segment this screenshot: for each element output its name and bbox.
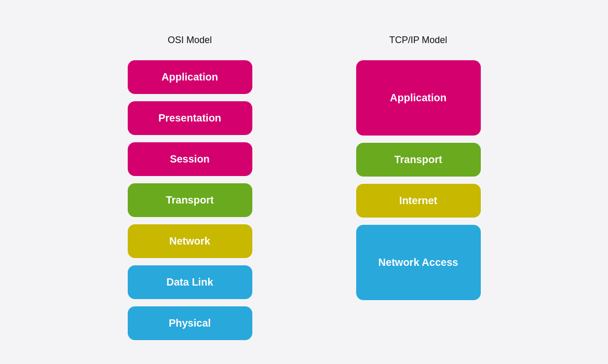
osi-column: OSI Model ApplicationPresentationSession… [128, 35, 252, 340]
osi-layer-transport: Transport [128, 183, 252, 217]
tcpip-layer-application: Application [356, 60, 481, 136]
tcpip-layer-transport: Transport [356, 143, 481, 177]
osi-layer-session: Session [128, 142, 252, 176]
tcpip-title: TCP/IP Model [389, 35, 448, 46]
osi-layer-physical: Physical [128, 306, 252, 340]
osi-layers: ApplicationPresentationSessionTransportN… [128, 60, 252, 340]
main-container: OSI Model ApplicationPresentationSession… [128, 24, 481, 340]
tcpip-layer-network-access: Network Access [356, 225, 481, 300]
osi-layer-application: Application [128, 60, 252, 94]
tcpip-layer-internet: Internet [356, 184, 481, 218]
osi-title: OSI Model [168, 35, 212, 46]
osi-layer-presentation: Presentation [128, 101, 252, 135]
tcpip-column: TCP/IP Model ApplicationTransportInterne… [356, 35, 481, 300]
osi-layer-network: Network [128, 224, 252, 258]
tcpip-layers: ApplicationTransportInternetNetwork Acce… [356, 60, 481, 300]
osi-layer-data-link: Data Link [128, 265, 252, 299]
